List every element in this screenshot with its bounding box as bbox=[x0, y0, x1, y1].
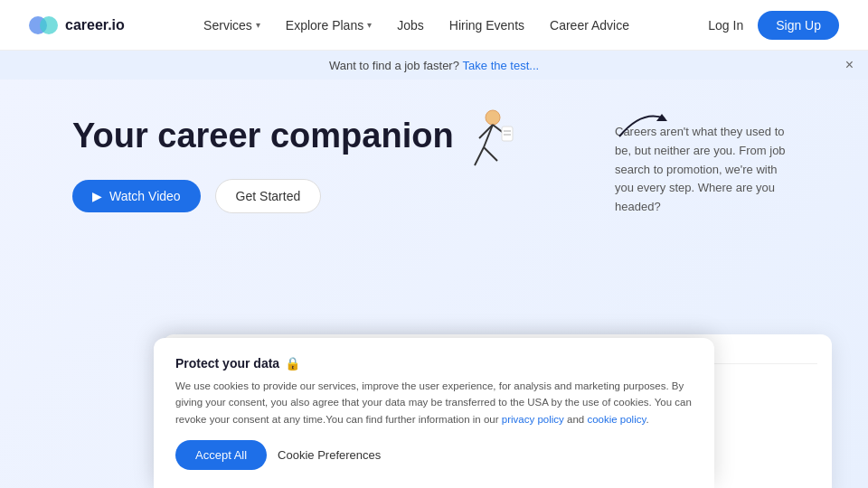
cookie-body-text: We use cookies to provide our services, … bbox=[175, 378, 693, 427]
svg-rect-8 bbox=[502, 127, 513, 141]
play-icon: ▶ bbox=[92, 189, 102, 203]
banner-link[interactable]: Take the test... bbox=[463, 59, 540, 72]
cookie-buttons: Accept All Cookie Preferences bbox=[175, 440, 693, 470]
logo[interactable]: career.io bbox=[29, 11, 125, 40]
chevron-down-icon: ▾ bbox=[256, 20, 260, 30]
nav-explore-plans[interactable]: Explore Plans ▾ bbox=[286, 18, 372, 33]
cookie-banner: Protect your data 🔒 We use cookies to pr… bbox=[154, 338, 714, 488]
chevron-down-icon: ▾ bbox=[367, 20, 372, 30]
nav-services[interactable]: Services ▾ bbox=[203, 18, 260, 33]
logo-text: career.io bbox=[65, 17, 125, 33]
signup-button[interactable]: Sign Up bbox=[758, 11, 839, 40]
nav-career-advice[interactable]: Career Advice bbox=[550, 18, 629, 33]
nav-jobs[interactable]: Jobs bbox=[397, 18, 424, 33]
svg-line-5 bbox=[484, 147, 497, 161]
cookie-preferences-button[interactable]: Cookie Preferences bbox=[278, 448, 381, 462]
accept-all-button[interactable]: Accept All bbox=[175, 440, 267, 470]
svg-point-2 bbox=[486, 110, 500, 125]
hero-illustration bbox=[443, 107, 515, 188]
svg-line-4 bbox=[475, 147, 484, 165]
cookie-policy-link[interactable]: cookie policy bbox=[587, 414, 646, 425]
navbar: career.io Services ▾ Explore Plans ▾ Job… bbox=[0, 0, 868, 51]
login-button[interactable]: Log In bbox=[708, 18, 743, 33]
banner-text: Want to find a job faster? bbox=[329, 59, 459, 72]
banner-close-button[interactable]: × bbox=[845, 57, 854, 73]
nav-hiring-events[interactable]: Hiring Events bbox=[449, 18, 524, 33]
top-banner: Want to find a job faster? Take the test… bbox=[0, 51, 868, 80]
svg-point-1 bbox=[40, 16, 58, 34]
watch-video-button[interactable]: ▶ Watch Video bbox=[72, 180, 201, 212]
svg-marker-11 bbox=[656, 114, 667, 121]
privacy-policy-link[interactable]: privacy policy bbox=[502, 414, 564, 425]
get-started-button[interactable]: Get Started bbox=[215, 179, 322, 213]
arrow-decoration bbox=[615, 105, 669, 145]
cookie-title: Protect your data 🔒 bbox=[175, 356, 693, 371]
cookie-title-text: Protect your data bbox=[175, 356, 279, 371]
lock-icon: 🔒 bbox=[285, 356, 300, 371]
nav-center: Services ▾ Explore Plans ▾ Jobs Hiring E… bbox=[203, 18, 629, 33]
nav-right: Log In Sign Up bbox=[708, 11, 839, 40]
